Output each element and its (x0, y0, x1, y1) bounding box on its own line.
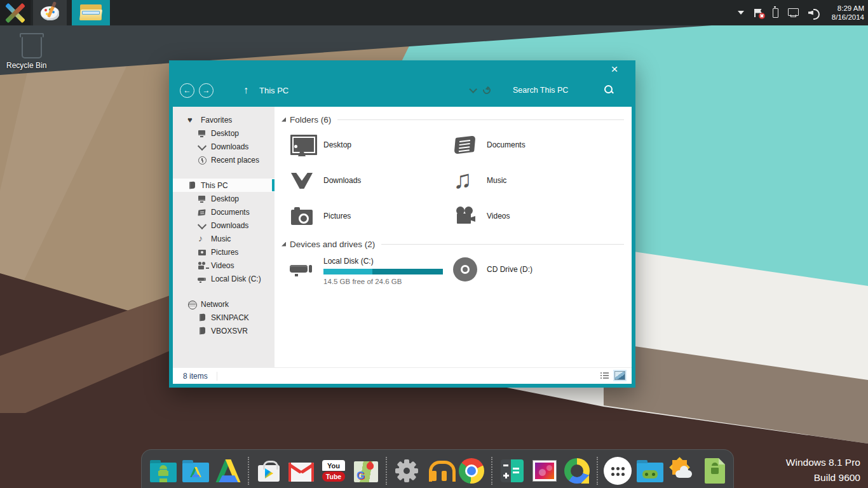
sidebar-item-pc-documents[interactable]: Documents (173, 205, 275, 219)
folder-tile-music[interactable]: Music (452, 168, 616, 193)
sidebar-item-pc-music[interactable]: Music (173, 232, 275, 245)
video-camera-icon (197, 261, 207, 271)
sidebar-item-pc-pictures[interactable]: Pictures (173, 245, 275, 259)
search-icon[interactable] (604, 85, 614, 95)
folder-tile-downloads[interactable]: Downloads (289, 168, 452, 193)
action-center-flag-icon[interactable] (754, 8, 763, 18)
back-button[interactable]: ← (180, 83, 194, 98)
address-controls: Search This PC (469, 81, 568, 99)
sidebar-item-desktop[interactable]: Desktop (173, 126, 275, 140)
taskbar: 8:29 AM 8/16/2014 (0, 0, 868, 25)
dock-icon-gallery[interactable] (530, 456, 559, 485)
sidebar-label: Desktop (211, 194, 239, 203)
recycle-bin-label: Recycle Bin (6, 61, 55, 70)
dock-icon-games-folder[interactable] (635, 456, 665, 485)
android-robot-icon (159, 465, 168, 479)
refresh-icon[interactable] (482, 85, 492, 96)
sidebar-group-network[interactable]: Network (173, 297, 275, 311)
build-line-2: Build 9600 (786, 470, 860, 485)
sidebar-label: VBOXSVR (211, 327, 248, 336)
sidebar-group-favorites[interactable]: Favorites (173, 113, 275, 126)
sidebar-item-this-pc[interactable]: This PC (173, 179, 275, 192)
dock-icon-chrome[interactable] (457, 456, 486, 485)
address-dropdown-chevron-icon[interactable] (469, 85, 477, 93)
dock-icon-settings[interactable] (392, 456, 421, 485)
sidebar-label: Local Disk (C:) (211, 274, 261, 283)
music-note-icon (197, 234, 207, 244)
sidebar-item-pc-local-disk[interactable]: Local Disk (C:) (173, 272, 275, 285)
folders-grid: Desktop Documents Downloads Music Pictur… (289, 132, 632, 229)
items-count: 8 items (183, 372, 208, 381)
taskbar-app-paint[interactable] (33, 0, 67, 25)
monitor-icon (197, 128, 207, 139)
sidebar-item-pc-downloads[interactable]: Downloads (173, 219, 275, 232)
collapse-triangle-icon[interactable] (281, 242, 286, 247)
taskbar-app-file-explorer[interactable] (72, 0, 110, 25)
sidebar-label: Downloads (211, 142, 248, 151)
dock-icon-google-drive-folder[interactable] (181, 456, 210, 485)
navigation-bar: ← → ↑ This PC Search This PC (180, 81, 632, 99)
dock-icon-calculator[interactable] (498, 456, 527, 485)
window-titlebar[interactable]: × ← → ↑ This PC Search This PC (173, 60, 632, 107)
computer-icon (197, 313, 207, 323)
drive-free-space: 14.5 GB free of 24.6 GB (323, 278, 443, 285)
collapse-triangle-icon[interactable] (281, 118, 286, 122)
camera-icon (197, 247, 207, 257)
status-divider (217, 372, 217, 381)
dock-icon-hangouts[interactable] (562, 456, 592, 485)
dock-icon-play-store[interactable] (254, 456, 283, 485)
details-view-icon[interactable] (600, 372, 609, 380)
gamepad-icon (642, 470, 658, 478)
dock-icon-android-folder[interactable] (149, 456, 178, 485)
show-hidden-icons-chevron-icon[interactable] (738, 11, 744, 15)
google-drive-icon (215, 459, 241, 483)
up-arrow-button[interactable]: ↑ (243, 85, 248, 96)
dock-icon-google-maps[interactable] (351, 456, 381, 485)
thumbnail-view-icon[interactable] (614, 371, 625, 380)
close-button[interactable]: × (606, 62, 623, 77)
section-header-folders[interactable]: Folders (6) (281, 113, 625, 126)
document-icon (452, 132, 478, 158)
recycle-bin-desktop-icon[interactable]: Recycle Bin (6, 32, 55, 70)
dock-icon-gmail[interactable] (287, 456, 316, 485)
clock-time: 8:29 AM (832, 4, 864, 13)
folder-tile-desktop[interactable]: Desktop (289, 132, 452, 158)
section-divider (381, 244, 624, 245)
battery-icon[interactable] (773, 8, 778, 18)
folder-tile-pictures[interactable]: Pictures (289, 203, 452, 229)
dock-separator (491, 457, 492, 485)
network-icon[interactable] (788, 8, 799, 17)
drive-tile-local-disk[interactable]: Local Disk (C:) 14.5 GB free of 24.6 GB (289, 257, 452, 285)
folder-tile-videos[interactable]: Videos (452, 203, 616, 229)
dock-icon-youtube[interactable]: You Tube (319, 456, 348, 485)
sidebar-item-recent-places[interactable]: Recent places (173, 153, 275, 166)
dock-icon-app-drawer[interactable] (603, 456, 632, 485)
chevron-down-icon (197, 220, 207, 231)
google-drive-icon (189, 466, 202, 478)
search-input[interactable]: Search This PC (513, 86, 568, 95)
sidebar-item-downloads[interactable]: Downloads (173, 140, 275, 153)
sidebar-item-vboxsvr[interactable]: VBOXSVR (173, 324, 275, 337)
clock[interactable]: 8:29 AM 8/16/2014 (829, 4, 864, 22)
video-camera-icon (452, 203, 478, 229)
dock-icon-android-file[interactable] (700, 456, 729, 485)
taskbar-app-nexus[interactable] (0, 0, 31, 25)
disk-usage-bar (323, 269, 443, 274)
sidebar-item-skinpack[interactable]: SKINPACK (173, 311, 275, 324)
computer-icon (197, 326, 207, 336)
section-header-devices[interactable]: Devices and drives (2) (281, 238, 625, 250)
dock-separator (597, 457, 598, 485)
paint-palette-icon (39, 3, 61, 22)
dock-icon-weather[interactable] (668, 456, 697, 485)
dock-icon-google-drive[interactable] (214, 456, 243, 485)
forward-button[interactable]: → (199, 83, 214, 98)
sidebar-item-pc-desktop[interactable]: Desktop (173, 192, 275, 205)
sidebar-item-pc-videos[interactable]: Videos (173, 259, 275, 272)
dock-icon-play-music[interactable] (424, 456, 454, 485)
sidebar-label: Documents (211, 208, 250, 217)
breadcrumb[interactable]: This PC (259, 86, 288, 95)
folder-tile-documents[interactable]: Documents (452, 132, 616, 158)
volume-icon[interactable] (808, 8, 820, 18)
music-note-icon (452, 168, 478, 193)
drive-tile-cd[interactable]: CD Drive (D:) (452, 257, 532, 282)
